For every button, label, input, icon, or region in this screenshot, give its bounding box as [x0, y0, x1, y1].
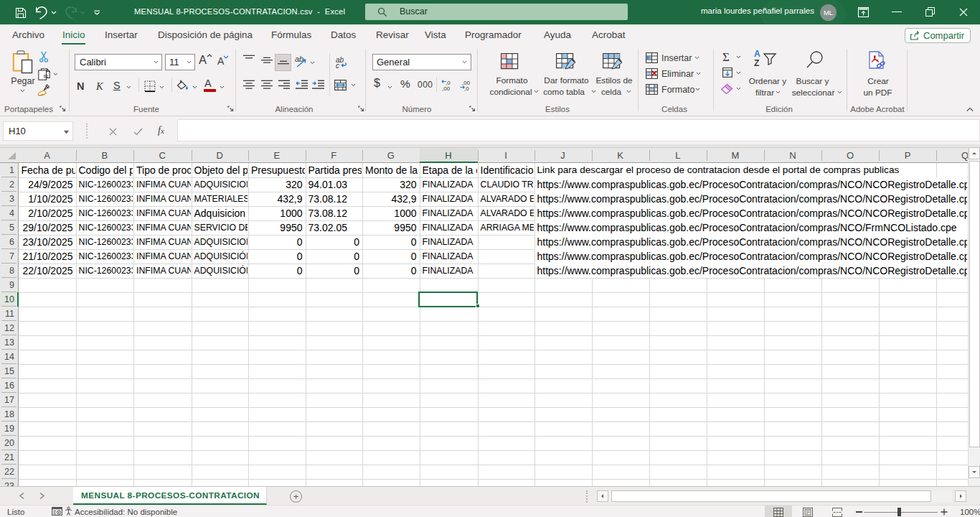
svg-text:,0: ,0: [464, 85, 469, 92]
svg-text:c: c: [336, 62, 339, 70]
svg-text:,00: ,00: [442, 85, 451, 92]
